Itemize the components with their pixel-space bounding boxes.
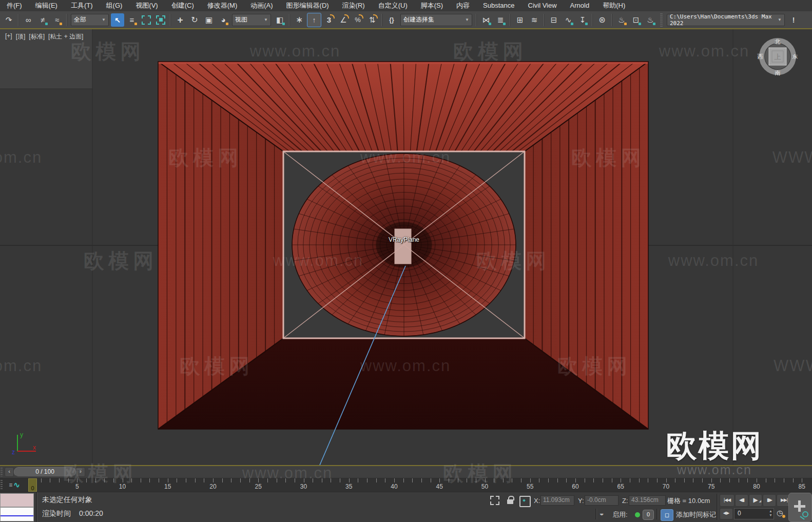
select-move-button[interactable]: + <box>173 13 187 27</box>
menu-help[interactable]: 帮助(H) <box>596 0 632 11</box>
selection-filter-dropdown[interactable]: 全部▼ <box>71 14 109 26</box>
menu-content[interactable]: 内容 <box>450 0 476 11</box>
maxscript-listener-white[interactable] <box>0 507 34 521</box>
time-configuration-button[interactable]: ◷ <box>773 508 786 518</box>
viewcube-south-label[interactable]: 南 <box>775 70 781 76</box>
redo-icon[interactable]: ↷ <box>2 13 15 27</box>
slider-grip[interactable] <box>1 468 3 476</box>
rendered-frame-button[interactable]: ⊡ <box>629 13 643 27</box>
schematic-view-button[interactable]: ↧ <box>576 13 589 27</box>
y-coord-field[interactable]: -0.0cm <box>585 495 618 506</box>
select-place-glyph: ◕ <box>221 15 225 24</box>
absolute-mode-icon[interactable] <box>519 496 531 507</box>
select-place-button[interactable]: ◕ <box>217 13 230 27</box>
curve-editor-button[interactable]: ∿ <box>562 13 575 27</box>
key-mode-toggle[interactable]: ◀▶ <box>720 508 733 519</box>
viewcube[interactable]: 上 北 南 西 东 <box>757 36 799 76</box>
menu-arnold[interactable]: Arnold <box>564 0 596 11</box>
viewport-shading-label[interactable]: [粘土 + 边面] <box>48 32 83 41</box>
mirror-button[interactable]: ⋈ <box>479 13 493 27</box>
mini-curve-editor-button[interactable]: ≡ ∿ <box>4 479 25 490</box>
select-rotate-button[interactable]: ↻ <box>188 13 201 27</box>
snaps-toggle-button[interactable]: ↑ <box>307 13 321 27</box>
frame-tick <box>195 478 196 482</box>
viewport-pov-label[interactable]: [顶] <box>16 32 26 41</box>
frame-label: 35 <box>345 483 352 490</box>
bind-to-spacewarp-icon[interactable]: ≈ <box>50 13 64 27</box>
trackbar-grip[interactable] <box>1 480 3 490</box>
menu-views[interactable]: 视图(V) <box>129 0 164 11</box>
menu-graph-editors[interactable]: 图形编辑器(D) <box>280 0 336 11</box>
use-pivot-center-button[interactable]: ◧ <box>273 13 286 27</box>
isolate-cube-button[interactable]: ◻ <box>661 509 673 521</box>
layer-manager-button[interactable]: ≋ <box>528 13 541 27</box>
link-icon[interactable]: ∞ <box>22 13 35 27</box>
selection-lock-icon[interactable] <box>506 496 515 505</box>
selection-status-text: 未选定任何对象 <box>42 495 92 505</box>
viewcube-east-label[interactable]: 东 <box>792 53 798 60</box>
select-scale-button[interactable]: ▣ <box>202 13 216 27</box>
viewcube-top-label[interactable]: 上 <box>775 53 781 61</box>
play-button[interactable]: ▶◢ <box>749 494 762 507</box>
viewport-scene <box>0 29 812 465</box>
x-coord-field[interactable]: 11.093cm <box>540 495 574 506</box>
render-production-button[interactable]: ♨ <box>644 13 657 27</box>
isolate-selection-icon[interactable] <box>490 496 499 505</box>
align-button[interactable]: ≣ <box>494 13 507 27</box>
project-folder-dropdown[interactable]: C:\Users\Han\Documents\3ds Max 2022▼ <box>667 14 785 26</box>
scene-explorer-button[interactable]: ⊞ <box>513 13 527 27</box>
percent-snap-button[interactable]: % <box>351 13 364 27</box>
angle-snap-button[interactable]: ∠ <box>337 13 350 27</box>
current-frame-field[interactable]: 0 ▲▼ <box>734 508 774 519</box>
menu-tools[interactable]: 工具(T) <box>64 0 100 11</box>
maxscript-listener-pink[interactable] <box>0 493 34 507</box>
previous-frame-arrow[interactable]: ‹ <box>5 467 14 477</box>
z-coord-field[interactable]: 43.156cm <box>629 495 666 506</box>
render-setup-button[interactable]: ♨ <box>615 13 628 27</box>
unlink-icon[interactable]: ≠ <box>36 13 49 27</box>
menu-file[interactable]: 件(F) <box>0 0 29 11</box>
menu-animation[interactable]: 动画(A) <box>244 0 279 11</box>
viewcube-north-label[interactable]: 北 <box>775 38 781 45</box>
menu-civil-view[interactable]: Civil View <box>521 0 564 11</box>
select-manipulate-button[interactable]: ∗ <box>293 13 306 27</box>
next-frame-arrow[interactable]: › <box>76 467 85 477</box>
viewport-standard-label[interactable]: [标准] <box>29 32 45 41</box>
menu-edit[interactable]: 编辑(E) <box>29 0 64 11</box>
select-by-name-button[interactable]: ≡ <box>125 13 139 27</box>
menu-group[interactable]: 组(G) <box>100 0 129 11</box>
menu-modifiers[interactable]: 修改器(M) <box>201 0 244 11</box>
frame-tick <box>376 478 377 482</box>
snap-3d-button[interactable]: 3 <box>322 13 336 27</box>
menu-rendering[interactable]: 渲染(R) <box>336 0 372 11</box>
spinner-snap-button[interactable]: ⇅ <box>365 13 379 27</box>
menu-create[interactable]: 创建(C) <box>165 0 201 11</box>
ref-coord-dropdown[interactable]: 视图▼ <box>232 14 271 26</box>
edit-named-selections-button[interactable]: {} <box>385 13 398 27</box>
viewport-top[interactable]: [+][顶][标准][粘土 + 边面] VRayPlane 上 北 南 西 东 … <box>0 29 812 465</box>
previous-frame-button[interactable]: ◀▮ <box>735 494 748 507</box>
menu-substance[interactable]: Substance <box>476 0 521 11</box>
viewport-general-menu[interactable]: [+] <box>5 32 12 41</box>
frame-tick <box>458 478 458 482</box>
material-editor-button[interactable]: ⊛ <box>595 13 609 27</box>
menu-customize[interactable]: 自定义(U) <box>372 0 414 11</box>
current-frame-marker[interactable]: 0 <box>28 478 37 492</box>
next-frame-button[interactable]: ▮▶ <box>763 494 776 507</box>
time-slider[interactable]: 0 / 100 <box>14 467 76 477</box>
menu-scripting[interactable]: 脚本(S) <box>414 0 450 11</box>
redo-icon-glyph: ↷ <box>6 15 12 25</box>
window-crossing-button[interactable] <box>154 13 167 27</box>
rect-selection-region-button[interactable] <box>140 13 153 27</box>
add-time-tag[interactable]: 添加时间标记 <box>676 510 716 519</box>
user-notification-icon[interactable]: ! <box>787 13 800 27</box>
frame-spinner[interactable]: ▲▼ <box>769 509 772 517</box>
go-to-start-button[interactable]: |◀◀ <box>720 494 734 507</box>
create-key-button[interactable] <box>788 493 812 522</box>
select-object-button[interactable]: ↖ <box>111 13 124 27</box>
frame-tick <box>593 478 594 482</box>
viewcube-west-label[interactable]: 西 <box>758 53 763 60</box>
ribbon-button[interactable]: ⊟ <box>547 13 560 27</box>
track-bar[interactable]: ≡ ∿ 510152025303540455055606570758085 0 <box>0 478 812 492</box>
named-selection-sets-dropdown[interactable]: 创建选择集▼ <box>400 14 472 26</box>
